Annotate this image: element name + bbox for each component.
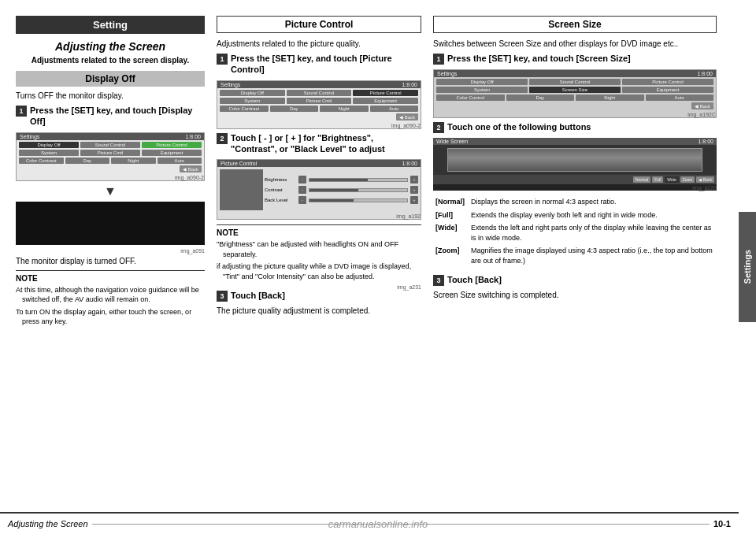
step2-mid-text: Touch [ - ] or [ + ] for "Brightness", "…: [231, 132, 421, 155]
pc-screen-title: Settings: [220, 82, 240, 87]
nav-equipment[interactable]: Equipment: [142, 150, 202, 156]
step2-mid: 2 Touch [ - ] or [ + ] for "Brightness",…: [217, 132, 421, 155]
step1-mid-text: Press the [SET] key, and touch [Picture …: [231, 53, 421, 76]
pc-nav-pic-cmtl[interactable]: Picture Cmtl: [287, 98, 352, 104]
sr-nav-auto[interactable]: Auto: [646, 95, 714, 101]
step2-right: 2 Touch one of the following buttons: [433, 121, 717, 133]
sr-body: Display Off Sound Control Picture Contro…: [434, 77, 716, 111]
pc-nav-night[interactable]: Night: [320, 106, 369, 112]
sr-header: Settings 1:8:00: [434, 70, 716, 77]
step1-mid-num: 1: [217, 54, 228, 65]
option-full: [Full] Extends the display evenly both l…: [433, 209, 717, 222]
sr-nav-display-off[interactable]: Display Off: [436, 79, 528, 85]
step1-left: 1 Press the [SET] key, and touch [Displa…: [16, 105, 205, 128]
pc-nav-day[interactable]: Day: [270, 106, 319, 112]
screen-nav-row1: Display Off Sound Control Picture Contro…: [19, 142, 202, 148]
pc-nav-row1: Display Off Sound Control Picture Contro…: [220, 90, 418, 96]
footer-page: 10-1: [713, 519, 731, 528]
sr-time: 1:8:00: [698, 71, 713, 76]
ws-controls: Normal Full Wide Zoom ◀ Back: [433, 175, 717, 184]
ws-btn-normal[interactable]: Normal: [633, 176, 650, 183]
black-level-minus[interactable]: -: [298, 196, 306, 204]
pc-sliders: Brightness - + Contrast - + Back L: [265, 169, 418, 210]
pc-back-btn[interactable]: ◀ Back: [396, 113, 418, 121]
screen-nav-row3: Color Contrast Day Night Auto: [19, 158, 202, 164]
pc-nav-pic[interactable]: Picture Control: [353, 90, 418, 96]
side-tab-label: Settings: [743, 250, 752, 284]
sr-nav-pic-ctrl[interactable]: Picture Control: [622, 79, 713, 85]
sr-nav-sound[interactable]: Sound Control: [529, 79, 621, 85]
black-level-row: Back Level - +: [265, 196, 418, 204]
wide-screen-header: Wide Screen 1:8:00: [433, 138, 717, 145]
nav-day[interactable]: Day: [65, 158, 110, 164]
screen-size-screen1: Settings 1:8:00 Display Off Sound Contro…: [433, 69, 717, 118]
sr-nav-sys[interactable]: System: [436, 87, 528, 93]
contrast-row: Contrast - +: [265, 186, 418, 194]
pc-nav-equip[interactable]: Equipment: [353, 98, 418, 104]
content-area: Setting Adjusting the Screen Adjustments…: [0, 0, 756, 534]
ws-title: Wide Screen: [436, 139, 468, 144]
nav-night[interactable]: Night: [111, 158, 156, 164]
screen-title: Settings: [20, 134, 39, 139]
pc-slider-time: 1:8:00: [402, 161, 417, 166]
sr-nav-row3: Color Control Day Night Auto: [436, 95, 713, 101]
pc-nav-sound[interactable]: Sound Control: [287, 90, 352, 96]
step2-mid-num: 2: [217, 133, 228, 144]
sr-nav-day[interactable]: Day: [506, 95, 575, 101]
dark-screen-caption: img_a091: [16, 248, 205, 254]
brightness-minus[interactable]: -: [298, 176, 306, 184]
pc-nav-sys[interactable]: System: [220, 98, 285, 104]
monitor-off-text: The monitor display is turned OFF.: [16, 257, 205, 265]
pc-screen3-caption: img_a231: [217, 284, 421, 290]
adjusting-screen-subtitle: Adjustments related to the screen displa…: [16, 56, 205, 65]
ws-btn-full[interactable]: Full: [652, 176, 663, 183]
step1-right-text: Press the [SET] key, and touch [Screen S…: [447, 53, 631, 64]
step1-right: 1 Press the [SET] key, and touch [Screen…: [433, 53, 717, 65]
ws-btn-wide[interactable]: Wide: [665, 176, 678, 183]
nav-auto[interactable]: Auto: [158, 158, 202, 164]
sr-nav-night[interactable]: Night: [576, 95, 644, 101]
pc-nav-auto[interactable]: Auto: [370, 106, 419, 112]
contrast-plus[interactable]: +: [410, 186, 418, 194]
nav-display-off[interactable]: Display Off: [19, 142, 79, 148]
pc-slider-body: Brightness - + Contrast - + Back L: [217, 167, 421, 213]
black-level-plus[interactable]: +: [410, 196, 418, 204]
pic-ctrl-screen1: Settings 1:8:00 Display Off Sound Contro…: [217, 80, 421, 129]
nav-system[interactable]: System: [19, 150, 79, 156]
nav-pic-ctrl[interactable]: Picture Control: [142, 142, 202, 148]
black-level-label: Back Level: [265, 198, 296, 202]
ws-body: [433, 145, 717, 175]
step3-mid: 3 Touch [Back]: [217, 290, 421, 302]
screen-time: 1:8:00: [186, 134, 201, 139]
contrast-minus[interactable]: -: [298, 186, 306, 194]
ws-caption: img_a220: [433, 185, 717, 191]
sr-back-btn[interactable]: ◀ Back: [691, 102, 713, 109]
screen-size-header: Screen Size: [433, 16, 717, 33]
ws-time: 1:8:00: [699, 139, 713, 144]
note-section-left: NOTE At this time, although the navigati…: [16, 270, 205, 327]
sr-nav-row2: System Screen Size Equipment: [436, 87, 713, 93]
ws-btn-back[interactable]: ◀ Back: [696, 176, 714, 183]
sr-nav-screen-size[interactable]: Screen Size: [529, 87, 621, 93]
step2-right-text: Touch one of the following buttons: [447, 121, 591, 132]
pic-ctrl-desc: Adjustments related to the picture quali…: [217, 39, 421, 48]
nav-pic-cmtl[interactable]: Picture Cmtl: [80, 150, 140, 156]
nav-sound-ctrl[interactable]: Sound Control: [80, 142, 140, 148]
sr-nav-color-ctrl[interactable]: Color Control: [436, 95, 505, 101]
screen-back-btn[interactable]: ◀ Back: [180, 165, 202, 172]
watermark: carmanualsonline.info: [328, 518, 428, 530]
pc-nav-cc[interactable]: Color Contrast: [220, 106, 269, 112]
option-full-label: [Full]: [433, 209, 469, 222]
step3-mid-num: 3: [217, 291, 228, 302]
nav-color-contrast[interactable]: Color Contrast: [19, 158, 64, 164]
ws-btn-zoom[interactable]: Zoom: [680, 176, 695, 183]
left-column: Setting Adjusting the Screen Adjustments…: [16, 16, 205, 506]
note-title-left: NOTE: [16, 274, 205, 283]
sr-nav-equip[interactable]: Equipment: [622, 87, 713, 93]
brightness-plus[interactable]: +: [410, 176, 418, 184]
down-arrow: ▼: [16, 184, 205, 198]
note-mid-2: if adjusting the picture quality while a…: [217, 261, 421, 281]
option-wide: [Wide] Extends the left and right parts …: [433, 221, 717, 244]
pc-nav-display-off[interactable]: Display Off: [220, 90, 285, 96]
pic-ctrl-screen-header: Settings 1:8:00: [217, 81, 421, 88]
